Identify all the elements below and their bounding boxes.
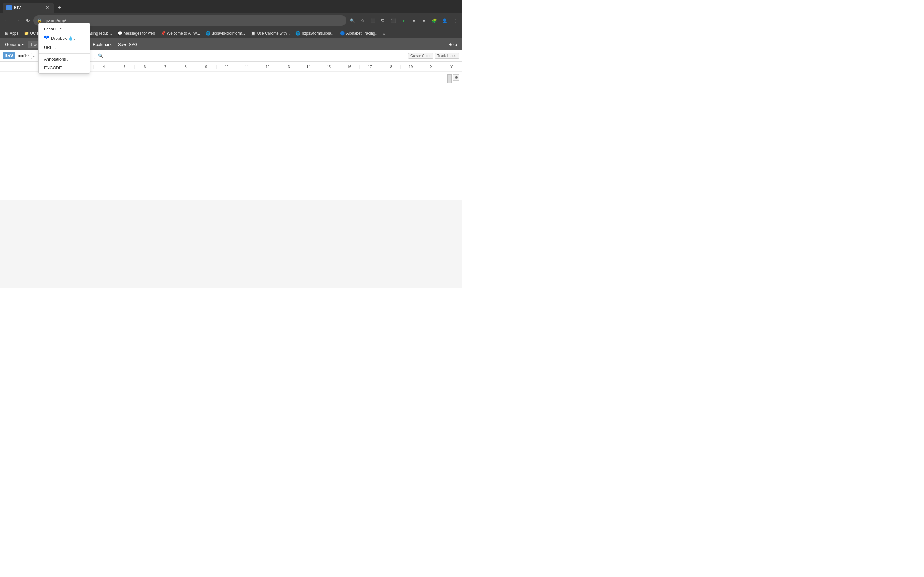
globe-icon-2: 🌐 — [206, 31, 210, 35]
ext4-icon-btn[interactable]: ● — [399, 16, 408, 25]
new-tab-button[interactable]: + — [55, 3, 64, 12]
bookmark-alphabet-label: Alphabet Tracing... — [346, 31, 378, 35]
genome-menu-label: Genome — [5, 42, 21, 47]
url-label: URL ... — [44, 45, 57, 50]
tracks-dropdown-menu: Local File ... Dropbox 💧 ... URL ... Ann… — [39, 23, 90, 74]
folder-icon: 📁 — [24, 31, 29, 35]
pin-icon: 📌 — [161, 31, 166, 35]
bookmark-forms-label: https://forms.libra... — [302, 31, 334, 35]
chr-9[interactable]: 9 — [196, 65, 216, 69]
local-file-label: Local File ... — [44, 27, 66, 31]
chr-6[interactable]: 6 — [135, 65, 155, 69]
encode-label: ENCODE ... — [44, 65, 66, 70]
chr-17[interactable]: 17 — [360, 65, 380, 69]
ext3-icon-btn[interactable]: ⬛ — [389, 16, 398, 25]
igv-main-area: ⚙ — [0, 72, 462, 200]
tab-bar: I IGV ✕ + — [0, 0, 462, 13]
bookmark-welcome[interactable]: 📌 Welcome to All W... — [158, 31, 202, 36]
chr-12[interactable]: 12 — [257, 65, 278, 69]
tab-favicon: I — [6, 5, 11, 10]
puzzle-icon-btn[interactable]: 🧩 — [430, 16, 439, 25]
igv-application: Genome ▾ Tracks ▾ Session ▾ Share Bookma… — [0, 39, 462, 288]
chr-4[interactable]: 4 — [94, 65, 114, 69]
chr-Y[interactable]: Y — [441, 65, 462, 69]
svg-text:I: I — [9, 7, 9, 9]
genome-arrow-icon: ▾ — [22, 43, 24, 46]
cursor-guide-button[interactable]: Cursor Guide — [408, 53, 433, 59]
track-labels-button[interactable]: Track Labels — [435, 53, 459, 59]
back-button[interactable]: ← — [3, 16, 11, 25]
genome-menu-button[interactable]: Genome ▾ — [3, 41, 26, 48]
dropbox-icon — [44, 35, 49, 41]
search-icon-btn[interactable]: 🔍 — [348, 16, 357, 25]
chr-13[interactable]: 13 — [278, 65, 298, 69]
messages-icon: 💬 — [118, 31, 123, 35]
bookmark-apps-label: Apps — [10, 31, 18, 35]
menu-button[interactable]: ⋮ — [451, 16, 459, 25]
bookmark-label: Bookmark — [93, 42, 111, 47]
local-file-menu-item[interactable]: Local File ... — [39, 25, 89, 33]
track-settings-button[interactable]: ⚙ — [453, 74, 459, 81]
ext2-icon-btn[interactable]: 🛡 — [379, 16, 388, 25]
chr-14[interactable]: 14 — [298, 65, 319, 69]
apps-icon: ⊞ — [5, 31, 8, 35]
nav-icons: 🔍 ☆ ⬛ 🛡 ⬛ ● ● ● 🧩 👤 ⋮ — [348, 16, 459, 25]
bookmark-use-chrome[interactable]: 🔲 Use Chrome with... — [248, 31, 292, 36]
genome-selector[interactable]: mm10 — [18, 53, 29, 58]
chr-X[interactable]: X — [421, 65, 442, 69]
bookmark-messages[interactable]: 💬 Messages for web — [115, 31, 158, 36]
bookmark-use-chrome-label: Use Chrome with... — [257, 31, 290, 35]
avatar-btn[interactable]: 👤 — [440, 16, 449, 25]
right-buttons: Cursor Guide Track Labels — [408, 53, 459, 59]
search-button[interactable]: 🔍 — [98, 53, 103, 58]
encode-menu-item[interactable]: ENCODE ... — [39, 63, 89, 72]
dropdown-divider — [39, 53, 89, 53]
bookmarks-more-button[interactable]: » — [382, 30, 387, 37]
bookmark-apps[interactable]: ⊞ Apps — [3, 31, 21, 36]
url-menu-item[interactable]: URL ... — [39, 43, 89, 52]
chr-7[interactable]: 7 — [155, 65, 176, 69]
ext5-icon-btn[interactable]: ● — [409, 16, 418, 25]
dropbox-label: Dropbox 💧 ... — [51, 36, 78, 41]
chr-8[interactable]: 8 — [176, 65, 196, 69]
chr-19[interactable]: 19 — [401, 65, 421, 69]
ext1-icon-btn[interactable]: ⬛ — [368, 16, 377, 25]
annotations-menu-item[interactable]: Annotations ... — [39, 55, 89, 63]
bookmark-forms[interactable]: 🌐 https://forms.libra... — [293, 31, 337, 36]
bookmark-button[interactable]: Bookmark — [90, 41, 114, 48]
address-text: igv.org/app/ — [45, 18, 342, 23]
lock-icon: 🔒 — [37, 18, 42, 23]
bookmark-welcome-label: Welcome to All W... — [167, 31, 200, 35]
igv-logo: IGV — [3, 52, 15, 59]
chr-15[interactable]: 15 — [319, 65, 339, 69]
tab-title: IGV — [14, 5, 42, 10]
bookmark-ucdavis-bio-label: ucdavis-bioinform... — [212, 31, 245, 35]
chr-11[interactable]: 11 — [237, 65, 258, 69]
bookmark-ucdavis-bio[interactable]: 🌐 ucdavis-bioinform... — [203, 31, 248, 36]
grid-icon: 🔲 — [251, 31, 256, 35]
chr-track: 12345678910111213141516171819XY — [32, 65, 462, 69]
refresh-button[interactable]: ↻ — [23, 16, 32, 25]
tab-close-button[interactable]: ✕ — [45, 5, 50, 10]
forward-button[interactable]: → — [13, 16, 22, 25]
track-color-swatch — [447, 74, 452, 83]
chr-10[interactable]: 10 — [216, 65, 237, 69]
track-icons: ⚙ — [447, 74, 459, 83]
help-button[interactable]: Help — [446, 41, 459, 48]
ext6-icon-btn[interactable]: ● — [420, 16, 429, 25]
bookmark-messages-label: Messages for web — [124, 31, 155, 35]
save-svg-label: Save SVG — [118, 42, 137, 47]
chr-5[interactable]: 5 — [114, 65, 135, 69]
dropbox-menu-item[interactable]: Dropbox 💧 ... — [39, 33, 89, 43]
globe-icon-3: 🌐 — [296, 31, 300, 35]
chr-18[interactable]: 18 — [380, 65, 401, 69]
star-icon-btn[interactable]: ☆ — [358, 16, 367, 25]
annotations-label: Annotations ... — [44, 57, 71, 61]
help-label: Help — [448, 42, 457, 47]
active-tab[interactable]: I IGV ✕ — [3, 3, 54, 13]
chr-16[interactable]: 16 — [339, 65, 360, 69]
save-svg-button[interactable]: Save SVG — [115, 41, 140, 48]
bookmark-alphabet[interactable]: 🔵 Alphabet Tracing... — [338, 31, 381, 36]
wp-icon: 🔵 — [340, 31, 345, 35]
